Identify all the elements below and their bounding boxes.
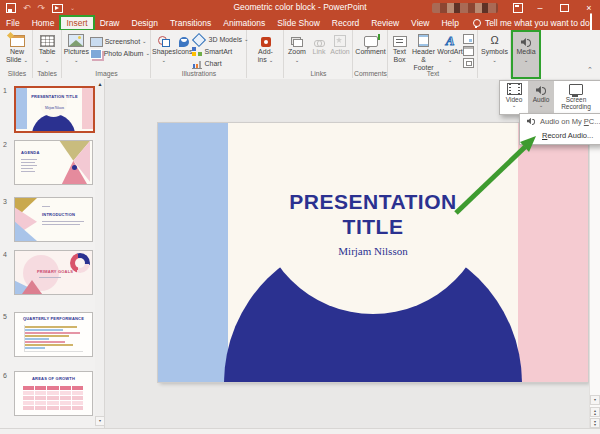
link-button[interactable]: Link: [309, 31, 329, 64]
text-box-button[interactable]: Text Box: [389, 31, 410, 71]
icons-button[interactable]: Icons: [176, 31, 193, 69]
thumbnail-slide-4[interactable]: PRIMARY GOALS: [14, 250, 93, 295]
slide-editor[interactable]: PRESENTATIONTITLE Mirjam Nilsson: [158, 123, 588, 382]
thumbnail-slide-3[interactable]: INTRODUCTION: [14, 197, 93, 242]
shapes-button[interactable]: Shapes⌄: [152, 31, 176, 69]
ribbon-group-illustrations: Shapes⌄ Icons 3D Models⌄ SmartArt Chart …: [152, 30, 247, 78]
header-footer-icon: [418, 34, 429, 47]
object-icon[interactable]: [463, 58, 474, 68]
thumbnail-slide-2[interactable]: AGENDA: [14, 140, 93, 185]
zoom-button[interactable]: Zoom⌄: [285, 31, 309, 64]
tab-home[interactable]: Home: [26, 16, 61, 30]
video-icon: [507, 83, 522, 95]
thumbnail-scrollbar[interactable]: ▴ ▾: [95, 79, 104, 428]
status-bar: [0, 428, 600, 434]
group-label-slides: Slides: [2, 70, 32, 77]
pictures-button[interactable]: Pictures⌄: [63, 31, 90, 64]
tab-help[interactable]: Help: [435, 16, 464, 30]
tab-slide-show[interactable]: Slide Show: [271, 16, 326, 30]
comment-button[interactable]: Comment: [354, 31, 387, 56]
audio-submenu: Audio on My PC... Record Audio...: [519, 113, 600, 145]
action-icon: [334, 35, 346, 47]
chart-icon: [192, 59, 202, 69]
next-slide-button[interactable]: ▾▾: [590, 418, 600, 428]
thumbnail-scroll-down-icon[interactable]: ▾: [95, 416, 105, 426]
omega-symbol-icon: Ω: [490, 34, 498, 47]
audio-icon: [536, 85, 546, 95]
ribbon-display-options-icon: [513, 3, 523, 13]
add-ins-icon: [261, 37, 271, 47]
symbols-button[interactable]: Ω Symbols⌄: [479, 31, 510, 64]
restore-button[interactable]: [553, 0, 575, 16]
group-label-links: Links: [285, 70, 352, 77]
screen-recording-menu-button[interactable]: Screen Recording: [554, 81, 598, 114]
photo-album-button[interactable]: Photo Album⌄: [90, 48, 150, 59]
screen-recording-icon: [569, 84, 583, 95]
ribbon-group-symbols: Ω Symbols⌄: [479, 30, 511, 78]
header-footer-button[interactable]: Header & Footer: [410, 31, 437, 71]
table-button[interactable]: Table⌄: [33, 31, 61, 64]
3d-models-button[interactable]: 3D Models⌄: [192, 34, 248, 45]
close-button[interactable]: ×: [578, 0, 600, 16]
scroll-down-button[interactable]: ▾: [590, 395, 600, 405]
tab-file[interactable]: File: [0, 16, 26, 30]
photo-album-icon: [90, 49, 102, 59]
group-label-text: Text: [389, 70, 477, 77]
tab-record[interactable]: Record: [326, 16, 365, 30]
ribbon-tabs: File Home Insert Draw Design Transitions…: [0, 16, 600, 30]
icons-icon: [179, 37, 189, 47]
ribbon-group-addins: Add-ins ⌄: [248, 30, 284, 78]
powerpoint-window: ↶ ↷ ⌄ Geometric color block - PowerPoint…: [0, 0, 600, 434]
tell-me-search[interactable]: Tell me what you want to do: [473, 18, 590, 28]
add-ins-button[interactable]: Add-ins ⌄: [248, 31, 283, 64]
media-button[interactable]: Media⌄: [512, 31, 540, 78]
minimize-button[interactable]: –: [529, 0, 551, 16]
zoom-icon: [291, 37, 303, 47]
audio-on-pc-icon: [527, 117, 535, 125]
3d-models-icon: [192, 32, 206, 46]
smartart-button[interactable]: SmartArt: [192, 46, 248, 57]
title-bar: ↶ ↷ ⌄ Geometric color block - PowerPoint…: [0, 0, 600, 16]
previous-slide-button[interactable]: ▴▴: [590, 407, 600, 417]
tab-review[interactable]: Review: [365, 16, 405, 30]
group-label-illustrations: Illustrations: [152, 70, 246, 77]
ribbon-group-tables: Table⌄ Tables: [33, 30, 62, 78]
thumbnail-slide-1[interactable]: PRESENTATION TITLE Mirjam Nilsson: [14, 86, 95, 133]
tab-transitions[interactable]: Transitions: [164, 16, 217, 30]
tab-animations[interactable]: Animations: [217, 16, 271, 30]
slide-number: 3: [3, 198, 7, 205]
pictures-icon: [68, 34, 84, 47]
table-icon: [40, 35, 55, 47]
collapse-ribbon-icon[interactable]: ⌃: [587, 66, 593, 74]
new-slide-icon: [10, 35, 25, 47]
thumbnail-scroll-up-icon[interactable]: ▴: [95, 80, 105, 90]
smartart-icon: [192, 47, 202, 56]
screenshot-button[interactable]: Screenshot⌄: [90, 36, 150, 47]
ribbon-group-images: Pictures⌄ Screenshot⌄ Photo Album⌄ Image…: [63, 30, 151, 78]
wordart-button[interactable]: A WordArt ⌄: [437, 31, 463, 71]
text-box-icon: [393, 36, 407, 47]
thumbnail-slide-6[interactable]: AREAS OF GROWTH: [14, 371, 93, 416]
action-button[interactable]: Action: [329, 31, 351, 64]
audio-menu-button[interactable]: Audio ⌄: [528, 81, 554, 114]
ribbon: New Slide ⌄ Slides Table⌄ Tables Picture…: [0, 30, 600, 80]
slide-thumbnail-panel: 1 PRESENTATION TITLE Mirjam Nilsson 2 AG…: [0, 79, 105, 428]
tab-insert[interactable]: Insert: [60, 16, 93, 30]
thumbnail-slide-5[interactable]: QUARTERLY PERFORMANCE: [14, 312, 93, 357]
menu-item-record-audio[interactable]: Record Audio...: [520, 128, 600, 142]
slide-number-icon[interactable]: [463, 34, 474, 44]
menu-item-audio-on-my-pc[interactable]: Audio on My PC...: [520, 114, 600, 128]
user-account-blurred[interactable]: [432, 3, 498, 13]
video-menu-button[interactable]: Video ⌄: [500, 81, 528, 114]
new-slide-button[interactable]: New Slide ⌄: [2, 31, 32, 64]
date-time-icon[interactable]: [463, 46, 474, 56]
tab-draw[interactable]: Draw: [94, 16, 126, 30]
tab-design[interactable]: Design: [126, 16, 164, 30]
ribbon-display-options-button[interactable]: [507, 0, 529, 16]
chart-button[interactable]: Chart: [192, 58, 248, 69]
slide-number: 6: [3, 372, 7, 379]
slide-title[interactable]: PRESENTATIONTITLE: [158, 189, 588, 239]
tab-view[interactable]: View: [405, 16, 435, 30]
slide-subtitle[interactable]: Mirjam Nilsson: [158, 245, 588, 257]
link-icon: [314, 39, 325, 47]
